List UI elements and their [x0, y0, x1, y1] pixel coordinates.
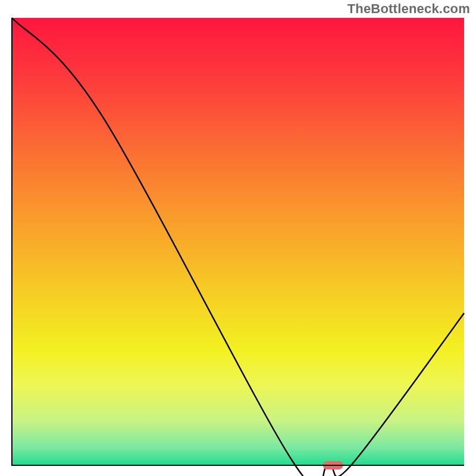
gradient-background [12, 18, 464, 465]
bottleneck-chart [0, 0, 476, 476]
watermark-text: TheBottleneck.com [347, 1, 470, 17]
chart-container: TheBottleneck.com [0, 0, 476, 476]
